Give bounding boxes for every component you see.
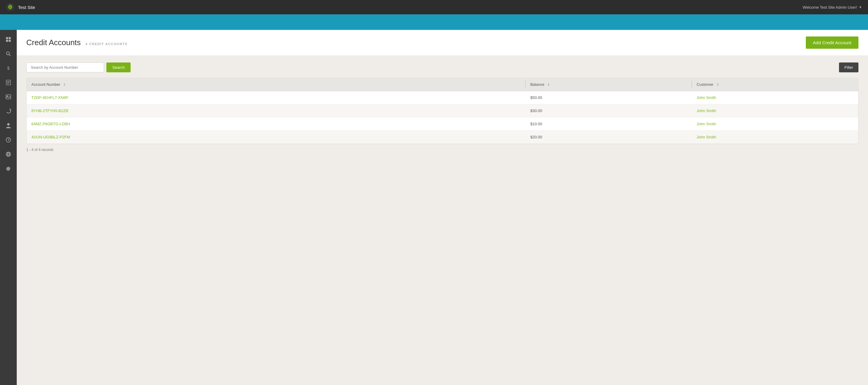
caret-icon: ▼ (859, 5, 862, 9)
main-layout: $ (0, 30, 868, 385)
account-number-cell: 4UUN-UG9BLZ-P2FM (27, 131, 525, 144)
account-number-link[interactable]: 8YHB-2TFYH5-B2ZB (31, 108, 68, 113)
column-balance-label: Balance (530, 82, 544, 87)
sidebar-item-reports[interactable] (2, 76, 15, 89)
svg-rect-1 (6, 37, 8, 39)
search-bar: Search Filter (26, 62, 859, 72)
dollar-icon: $ (6, 65, 11, 71)
page-subtitle: 4 CREDIT ACCOUNTS (86, 42, 128, 46)
gear-icon (6, 166, 11, 171)
svg-line-6 (9, 55, 11, 56)
customer-cell: John Smith (692, 104, 858, 118)
table-header: Account Number ⇕ Balance ⇕ Customer ⇕ (27, 78, 858, 91)
column-customer[interactable]: Customer ⇕ (692, 78, 858, 91)
account-number-cell: T2DP-4EHFL7-XN6P (27, 91, 525, 104)
account-number-cell: 64MZ-P6GBTG-LDBH (27, 118, 525, 131)
person-icon (6, 123, 11, 128)
account-number-link[interactable]: 4UUN-UG9BLZ-P2FM (31, 135, 70, 139)
table-header-row: Account Number ⇕ Balance ⇕ Customer ⇕ (27, 78, 858, 91)
svg-rect-2 (9, 37, 11, 39)
balance-cell: $30.00 (525, 104, 692, 118)
clock-icon (6, 137, 11, 142)
table-row: 8YHB-2TFYH5-B2ZB$30.00John Smith (27, 104, 858, 118)
svg-text:$: $ (7, 66, 9, 70)
search-input[interactable] (26, 62, 104, 72)
sidebar: $ (0, 30, 17, 385)
sort-icon-balance: ⇕ (547, 83, 550, 86)
customer-cell: John Smith (692, 131, 858, 144)
account-number-link[interactable]: 64MZ-P6GBTG-LDBH (31, 122, 70, 126)
table-body: T2DP-4EHFL7-XN6P$50.00John Smith8YHB-2TF… (27, 91, 858, 144)
search-button[interactable]: Search (106, 62, 131, 72)
site-logo-icon (6, 3, 14, 11)
balance-cell: $50.00 (525, 91, 692, 104)
table-row: 4UUN-UG9BLZ-P2FM$20.00John Smith (27, 131, 858, 144)
sidebar-item-settings[interactable] (2, 162, 15, 175)
balance-cell: $10.00 (525, 118, 692, 131)
sidebar-item-billing[interactable]: $ (2, 62, 15, 75)
sidebar-item-global[interactable] (2, 148, 15, 161)
table-row: T2DP-4EHFL7-XN6P$50.00John Smith (27, 91, 858, 104)
sort-icon-customer: ⇕ (716, 83, 719, 86)
customer-link[interactable]: John Smith (697, 95, 716, 100)
column-customer-label: Customer (697, 82, 713, 87)
customer-link[interactable]: John Smith (697, 135, 716, 139)
sidebar-item-dashboard[interactable] (2, 33, 15, 46)
grid-icon (6, 37, 11, 42)
sidebar-item-users[interactable] (2, 119, 15, 132)
page-header-left: Credit Accounts 4 CREDIT ACCOUNTS (26, 38, 128, 47)
filter-button[interactable]: Filter (839, 62, 859, 72)
customer-link[interactable]: John Smith (697, 108, 716, 113)
page-header: Credit Accounts 4 CREDIT ACCOUNTS Add Cr… (17, 30, 868, 55)
sidebar-item-images[interactable] (2, 90, 15, 103)
sidebar-item-history[interactable] (2, 133, 15, 147)
pagination-info: 1 - 4 of 4 records (26, 148, 859, 152)
sub-bar (0, 14, 868, 30)
customer-link[interactable]: John Smith (697, 122, 716, 126)
table: Account Number ⇕ Balance ⇕ Customer ⇕ (27, 78, 858, 144)
search-bar-left: Search (26, 62, 131, 72)
globe-icon (6, 152, 11, 157)
customer-cell: John Smith (692, 91, 858, 104)
user-menu[interactable]: Welcome Test Site Admin User! ▼ (803, 5, 862, 9)
account-number-cell: 8YHB-2TFYH5-B2ZB (27, 104, 525, 118)
svg-point-14 (7, 123, 9, 126)
credit-accounts-table: Account Number ⇕ Balance ⇕ Customer ⇕ (26, 78, 859, 144)
refresh-icon (6, 108, 11, 114)
image-icon (6, 94, 11, 99)
column-balance[interactable]: Balance ⇕ (525, 78, 692, 91)
document-icon (6, 80, 11, 85)
svg-rect-4 (9, 40, 11, 42)
customer-cell: John Smith (692, 118, 858, 131)
account-number-link[interactable]: T2DP-4EHFL7-XN6P (31, 95, 68, 100)
column-account-number[interactable]: Account Number ⇕ (27, 78, 525, 91)
sidebar-item-search[interactable] (2, 47, 15, 60)
content-area: Credit Accounts 4 CREDIT ACCOUNTS Add Cr… (17, 30, 868, 385)
site-title: Test Site (18, 5, 35, 10)
svg-point-5 (7, 52, 9, 55)
page-title: Credit Accounts (26, 38, 81, 47)
table-row: 64MZ-P6GBTG-LDBH$10.00John Smith (27, 118, 858, 131)
sort-icon-account: ⇕ (63, 83, 66, 86)
balance-cell: $20.00 (525, 131, 692, 144)
search-icon (6, 51, 11, 57)
top-nav-left: Test Site (6, 3, 35, 11)
add-credit-account-button[interactable]: Add Credit Account (806, 36, 859, 49)
top-navbar: Test Site Welcome Test Site Admin User! … (0, 0, 868, 14)
welcome-text: Welcome Test Site Admin User! (803, 5, 857, 9)
svg-rect-3 (6, 40, 8, 42)
column-account-number-label: Account Number (31, 82, 60, 87)
sidebar-item-sync[interactable] (2, 105, 15, 118)
